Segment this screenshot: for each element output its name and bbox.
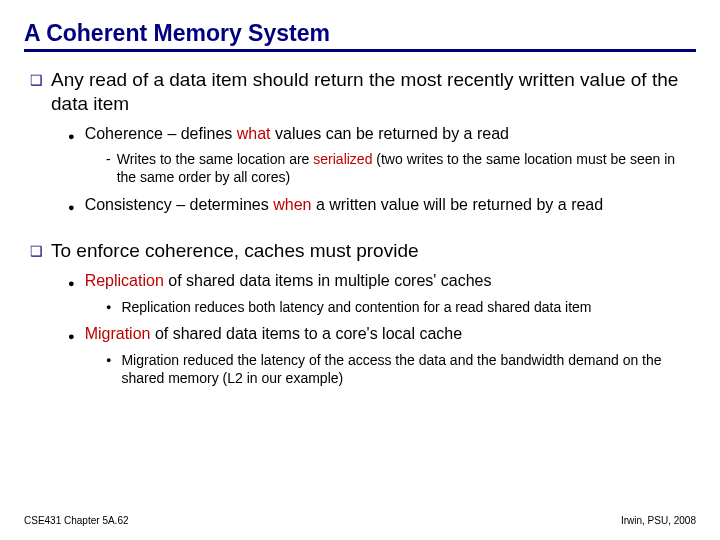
disc-bullet-icon: ● [68, 276, 75, 292]
footer-right: Irwin, PSU, 2008 [621, 515, 696, 526]
point-1-consistency: ● Consistency – determines when a writte… [68, 195, 696, 216]
point-2-migration: ● Migration of shared data items to a co… [68, 324, 696, 345]
footer-left: CSE431 Chapter 5A.62 [24, 515, 129, 526]
point-1-coherence: ● Coherence – defines what values can be… [68, 124, 696, 145]
dash-bullet-icon: - [106, 150, 111, 186]
disc-bullet-icon: ● [106, 302, 111, 316]
square-bullet-icon: ❑ [30, 243, 43, 263]
footer: CSE431 Chapter 5A.62 Irwin, PSU, 2008 [24, 515, 696, 526]
disc-bullet-icon: ● [68, 200, 75, 216]
disc-bullet-icon: ● [68, 329, 75, 345]
point-1-serialized: - Writes to the same location are serial… [106, 150, 696, 186]
point-1: ❑ Any read of a data item should return … [30, 68, 696, 116]
disc-bullet-icon: ● [106, 355, 111, 387]
consistency-text: Consistency – determines when a written … [85, 195, 604, 216]
slide-title: A Coherent Memory System [24, 20, 696, 52]
square-bullet-icon: ❑ [30, 72, 43, 116]
point-2-replication: ● Replication of shared data items in mu… [68, 271, 696, 292]
serialized-text: Writes to the same location are serializ… [117, 150, 696, 186]
point-2-text: To enforce coherence, caches must provid… [51, 239, 419, 263]
point-2-migration-sub: ● Migration reduced the latency of the a… [106, 351, 696, 387]
replication-sub-text: Replication reduces both latency and con… [121, 298, 591, 316]
migration-sub-text: Migration reduced the latency of the acc… [121, 351, 696, 387]
migration-text: Migration of shared data items to a core… [85, 324, 462, 345]
point-2: ❑ To enforce coherence, caches must prov… [30, 239, 696, 263]
coherence-text: Coherence – defines what values can be r… [85, 124, 509, 145]
replication-text: Replication of shared data items in mult… [85, 271, 492, 292]
disc-bullet-icon: ● [68, 129, 75, 145]
point-2-replication-sub: ● Replication reduces both latency and c… [106, 298, 696, 316]
point-1-text: Any read of a data item should return th… [51, 68, 696, 116]
